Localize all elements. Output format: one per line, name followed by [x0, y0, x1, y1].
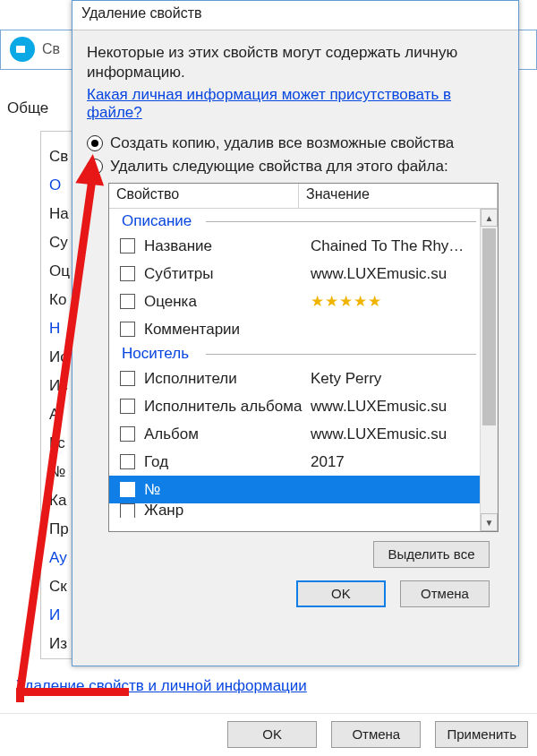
property-checkbox[interactable]	[120, 322, 135, 337]
dialog-cancel-button[interactable]: Отмена	[400, 580, 490, 607]
property-checkbox[interactable]	[120, 266, 135, 281]
property-group-label: Описание	[109, 210, 480, 232]
annotation-arrow-tail	[16, 688, 24, 702]
col-property[interactable]: Свойство	[109, 184, 299, 208]
property-name: Оценка	[144, 293, 311, 311]
property-row[interactable]: Альбомwww.LUXEmusic.su	[109, 420, 480, 448]
property-row[interactable]: Исполнитель альбомаwww.LUXEmusic.su	[109, 392, 480, 420]
property-row[interactable]: Оценка★★★★★	[109, 288, 480, 315]
property-name: Субтитры	[144, 265, 311, 283]
property-value: Kety Perry	[311, 370, 480, 388]
property-row[interactable]: №	[109, 476, 480, 503]
dialog-title: Удаление свойств	[72, 1, 518, 30]
property-row[interactable]: Год2017	[109, 448, 480, 476]
property-row[interactable]: НазваниеChained To The Rhy…	[109, 232, 480, 260]
property-name: Альбом	[144, 425, 311, 443]
scroll-up-icon[interactable]: ▲	[481, 209, 498, 227]
select-all-button[interactable]: Выделить все	[373, 541, 490, 568]
bg-title: Св	[42, 41, 60, 57]
property-value: www.LUXEmusic.su	[311, 425, 480, 443]
bg-tab[interactable]: Обще	[7, 99, 48, 117]
property-checkbox[interactable]	[120, 238, 135, 253]
property-list: Свойство Значение ОписаниеНазваниеChaine…	[108, 183, 499, 532]
scroll-down-icon[interactable]: ▼	[481, 513, 498, 531]
property-checkbox[interactable]	[120, 503, 135, 518]
col-value[interactable]: Значение	[299, 184, 498, 208]
radio-create-copy-label: Создать копию, удалив все возможные свой…	[110, 134, 454, 152]
dialog-help-link[interactable]: Какая личная информация может присутство…	[87, 86, 504, 122]
property-checkbox[interactable]	[120, 399, 135, 414]
scroll-thumb[interactable]	[482, 228, 496, 425]
property-name: №	[144, 481, 311, 499]
bg-button-row: OK Отмена Применить	[0, 713, 537, 756]
dialog-ok-button[interactable]: OK	[296, 580, 386, 607]
rating-stars: ★★★★★	[311, 292, 480, 311]
radio-remove-selected-label: Удалить следующие свойства для этого фай…	[110, 158, 448, 176]
property-row[interactable]: Комментарии	[109, 315, 480, 343]
property-checkbox[interactable]	[120, 426, 135, 442]
property-name: Комментарии	[144, 321, 311, 339]
property-scrollbar[interactable]: ▲ ▼	[480, 209, 498, 531]
property-row[interactable]: Субтитрыwww.LUXEmusic.su	[109, 260, 480, 288]
property-row[interactable]: Жанр	[109, 503, 480, 518]
property-name: Название	[144, 237, 311, 255]
property-name: Год	[144, 453, 311, 471]
bg-apply-button[interactable]: Применить	[435, 721, 528, 748]
property-checkbox[interactable]	[120, 294, 135, 309]
property-checkbox[interactable]	[120, 454, 135, 469]
property-name: Исполнители	[144, 370, 311, 388]
annotation-arrow-base	[16, 688, 129, 696]
annotation-arrow-head	[75, 152, 107, 185]
property-checkbox[interactable]	[120, 371, 135, 386]
radio-remove-selected-row[interactable]: Удалить следующие свойства для этого фай…	[87, 158, 504, 176]
property-value: www.LUXEmusic.su	[311, 398, 480, 416]
radio-create-copy-row[interactable]: Создать копию, удалив все возможные свой…	[87, 134, 504, 152]
property-name: Жанр	[144, 503, 311, 518]
property-value: Chained To The Rhy…	[311, 237, 480, 255]
bg-ok-button[interactable]: OK	[227, 721, 317, 748]
property-list-header: Свойство Значение	[109, 184, 498, 209]
property-name: Исполнитель альбома	[144, 398, 311, 416]
radio-create-copy[interactable]	[87, 135, 103, 151]
property-row[interactable]: ИсполнителиKety Perry	[109, 365, 480, 392]
property-group-label: Носитель	[109, 343, 480, 365]
property-value: www.LUXEmusic.su	[311, 265, 480, 283]
bg-cancel-button[interactable]: Отмена	[331, 721, 421, 748]
dialog-info-text: Некоторые из этих свойств могут содержат…	[87, 43, 504, 82]
property-value: 2017	[311, 453, 480, 471]
property-checkbox[interactable]	[120, 482, 135, 497]
remove-properties-dialog: Удаление свойств Некоторые из этих свойс…	[72, 0, 519, 666]
app-icon	[10, 37, 35, 62]
